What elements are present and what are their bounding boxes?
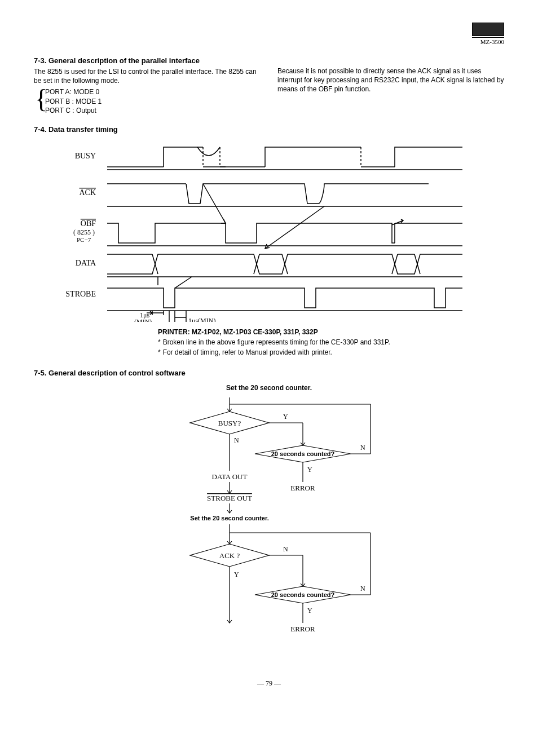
n-ack: N — [283, 545, 288, 553]
para-7-3-2: Because it is not possible to directly s… — [277, 67, 504, 94]
y2: Y — [307, 466, 312, 474]
heading-7-3: 7-3. General description of the parallel… — [34, 56, 261, 65]
brace-icon: { — [35, 86, 47, 112]
counted-q1: 20 seconds counted? — [271, 450, 335, 457]
page-number: — 79 — — [34, 679, 504, 688]
logo-block: MZ-3500 — [472, 23, 504, 45]
set-counter-2: Set the 20 second counter. — [190, 515, 268, 521]
min-2: 1μs(MIN) — [188, 317, 215, 322]
logo-label: MZ-3500 — [472, 37, 504, 45]
ack-q: ACK ? — [219, 551, 240, 560]
label-data: DATA — [76, 259, 96, 267]
error1: ERROR — [290, 484, 315, 492]
y3: Y — [307, 607, 312, 614]
label-busy: BUSY — [75, 152, 96, 160]
svg-line-14 — [175, 277, 192, 288]
heading-7-4: 7-4. Data transfer timing — [34, 125, 504, 134]
heading-7-5: 7-5. General description of control soft… — [34, 369, 504, 377]
counted-q2: 20 seconds counted? — [271, 591, 335, 598]
svg-line-5 — [265, 206, 324, 249]
logo-rect — [472, 23, 504, 36]
data-out: DATA OUT — [212, 472, 248, 481]
label-obf-paren: ( 8255 ) — [73, 228, 95, 236]
section-7-3: 7-3. General description of the parallel… — [34, 56, 504, 115]
n1: N — [360, 444, 365, 452]
note-broken-line: Broken line in the above figure represen… — [163, 338, 390, 347]
error2: ERROR — [290, 625, 315, 633]
strobe-out: STROBE OUT — [207, 494, 252, 502]
flowchart: BUSY? Y 20 seconds counted? N Y ERROR N … — [128, 397, 410, 668]
timing-diagram: BUSY ACK OBF ( 8255 ) PC−7 — [56, 142, 474, 322]
port-a: PORT A: MODE 0 — [45, 87, 261, 96]
port-c: PORT C : Output — [45, 106, 261, 115]
busy-q: BUSY? — [218, 419, 241, 427]
header-logo-row: MZ-3500 — [34, 23, 504, 45]
n2: N — [360, 585, 365, 593]
label-obf-paren2: PC−7 — [77, 236, 91, 243]
label-obf: OBF — [81, 219, 96, 228]
y1: Y — [283, 413, 288, 421]
n-busy: N — [234, 436, 239, 444]
port-b: PORT B : MODE 1 — [45, 97, 261, 106]
label-strobe: STROBE — [65, 290, 96, 298]
min-1b: (MIN) — [134, 318, 152, 322]
para-7-3-1: The 8255 is used for the LSI to control … — [34, 67, 261, 85]
label-ack: ACK — [79, 188, 96, 197]
svg-line-4 — [203, 184, 226, 223]
caption-printer: PRINTER: MZ-1P02, MZ-1P03 CE-330P, 331P,… — [158, 328, 395, 337]
note-detail: For detail of timing, refer to Manual pr… — [163, 348, 332, 357]
flow-header-1: Set the 20 second counter. — [34, 384, 504, 392]
timing-caption: PRINTER: MZ-1P02, MZ-1P03 CE-330P, 331P,… — [158, 328, 395, 357]
port-list: { PORT A: MODE 0 PORT B : MODE 1 PORT C … — [34, 87, 261, 115]
y-ack: Y — [234, 571, 239, 578]
